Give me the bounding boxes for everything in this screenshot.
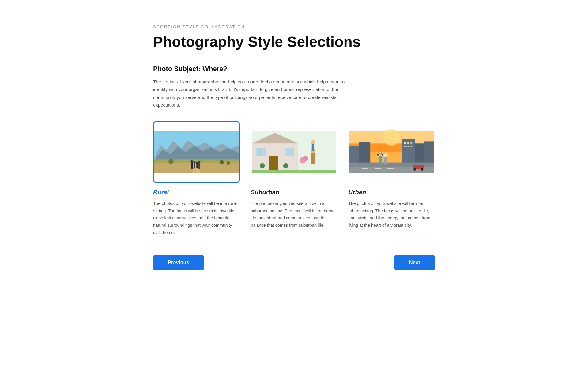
svg-point-59 [421, 168, 423, 170]
card-suburban[interactable]: Suburban The photos on your website will… [251, 121, 337, 237]
section-description: The setting of your photography can help… [153, 78, 355, 109]
cards-container: Rural The photos on your website will be… [153, 121, 435, 237]
svg-rect-51 [411, 146, 413, 147]
card-title-rural: Rural [153, 189, 240, 196]
svg-rect-49 [404, 146, 406, 147]
brand-label: SCORPION STYLE COLLABORATION [153, 25, 435, 29]
svg-rect-46 [404, 142, 406, 144]
svg-point-7 [191, 160, 193, 163]
card-urban[interactable]: Urban The photos on your website will be… [348, 121, 435, 237]
svg-point-28 [260, 163, 265, 168]
card-rural[interactable]: Rural The photos on your website will be… [153, 121, 240, 237]
urban-image [349, 122, 434, 182]
svg-point-29 [283, 163, 288, 168]
svg-point-14 [168, 159, 174, 164]
svg-rect-62 [384, 156, 387, 164]
svg-point-9 [194, 161, 196, 163]
card-title-suburban: Suburban [251, 189, 337, 196]
svg-point-65 [382, 154, 384, 156]
card-description-urban: The photos on your website will be in an… [348, 200, 435, 229]
svg-rect-34 [311, 143, 314, 151]
previous-button[interactable]: Previous [153, 255, 204, 270]
section-heading: Photo Subject: Where? [153, 65, 435, 73]
navigation-bar: Previous Next [153, 255, 435, 270]
card-description-rural: The photos on your website will be in a … [153, 200, 240, 237]
svg-rect-56 [387, 168, 394, 169]
card-image-suburban [251, 121, 337, 183]
card-image-rural [153, 121, 240, 183]
svg-point-31 [303, 156, 308, 161]
svg-point-11 [196, 162, 198, 164]
svg-rect-48 [411, 142, 413, 144]
suburban-image [252, 122, 337, 182]
card-description-suburban: The photos on your website will be in a … [251, 200, 337, 229]
svg-point-58 [414, 168, 416, 170]
svg-point-64 [377, 154, 379, 156]
svg-point-16 [227, 161, 230, 165]
svg-point-13 [198, 161, 201, 163]
next-button[interactable]: Next [394, 255, 435, 270]
svg-point-21 [276, 165, 277, 166]
page-title: Photography Style Selections [153, 34, 435, 50]
svg-rect-54 [362, 168, 368, 169]
svg-rect-50 [408, 146, 409, 147]
svg-rect-6 [191, 162, 193, 169]
svg-rect-8 [194, 163, 195, 168]
card-title-urban: Urban [348, 189, 435, 196]
svg-point-63 [383, 153, 388, 157]
svg-point-61 [378, 152, 383, 156]
svg-rect-12 [198, 162, 200, 168]
svg-rect-60 [379, 155, 382, 164]
card-image-urban [348, 121, 435, 183]
rural-image [154, 122, 239, 182]
svg-point-40 [383, 129, 400, 146]
svg-rect-47 [408, 142, 409, 144]
svg-rect-32 [311, 152, 315, 164]
svg-point-35 [311, 140, 315, 144]
svg-rect-36 [252, 170, 337, 173]
svg-rect-10 [196, 164, 198, 168]
svg-point-15 [220, 160, 224, 164]
svg-rect-55 [375, 168, 381, 169]
